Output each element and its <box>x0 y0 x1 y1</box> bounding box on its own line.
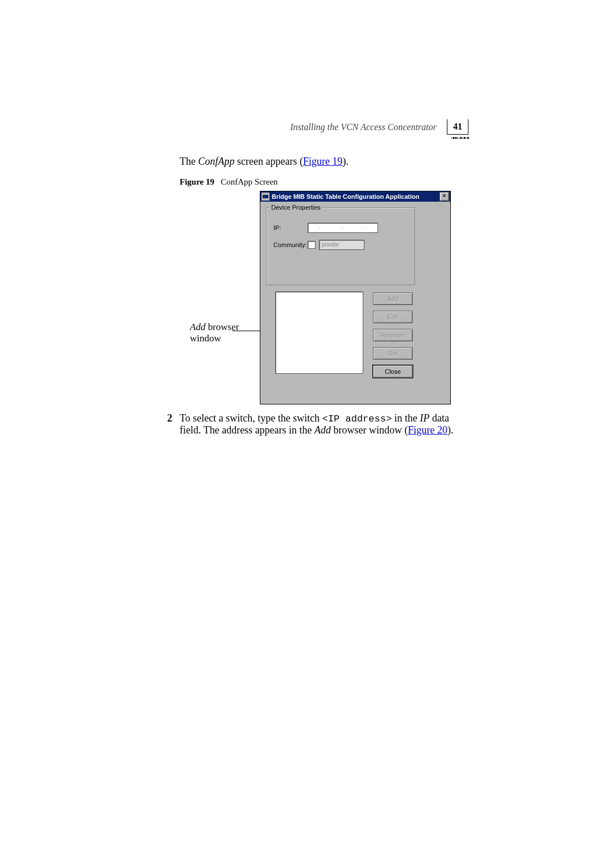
window-title: Bridge MIB Static Table Configuration Ap… <box>272 193 439 200</box>
ip-italic: IP <box>420 412 430 424</box>
intro-middle: screen appears ( <box>235 156 303 167</box>
groupbox-label: Device Properties <box>270 204 322 211</box>
page-number-box: 41 <box>447 119 468 135</box>
edit-button[interactable]: Edit <box>373 311 413 323</box>
figure-title: ConfApp Screen <box>221 177 277 186</box>
add-browser-listbox[interactable] <box>275 291 363 374</box>
header-decoration: ·••··•·•·• <box>451 134 469 143</box>
app-icon <box>262 193 269 201</box>
intro-paragraph: The ConfApp screen appears (Figure 19). <box>180 156 470 168</box>
step-2: 2 To select a switch, type the switch <I… <box>167 412 468 436</box>
add-button[interactable]: Add <box>373 293 413 305</box>
community-input[interactable]: private <box>319 240 364 250</box>
ip-dot: · <box>365 225 367 231</box>
close-button[interactable]: Close <box>373 365 413 378</box>
add-italic: Add <box>314 424 331 436</box>
intro-prefix: The <box>180 156 198 167</box>
set-button[interactable]: Set <box>373 347 413 360</box>
step-text: To select a switch, type the switch <IP … <box>180 412 468 436</box>
step-text-4: browser window ( <box>331 424 408 436</box>
intro-suffix: ). <box>342 156 349 167</box>
page-number: 41 <box>453 122 462 131</box>
ip-input[interactable]: · · · <box>308 223 378 233</box>
button-stack: Add Edit Remove Set Close <box>373 293 413 383</box>
close-icon[interactable]: × <box>439 192 449 201</box>
step-text-1: To select a switch, type the switch <box>180 412 322 424</box>
step-number: 2 <box>167 412 180 436</box>
titlebar[interactable]: Bridge MIB Static Table Configuration Ap… <box>260 191 450 202</box>
ip-row: IP: · · · <box>273 223 378 233</box>
figure-19-link[interactable]: Figure 19 <box>303 156 343 167</box>
figure-label: Figure 19 <box>180 177 214 186</box>
ip-dot: · <box>319 225 321 231</box>
ip-address-code: <IP address> <box>322 414 392 424</box>
annotation-italic: Add <box>190 322 205 332</box>
remove-button[interactable]: Remove <box>373 329 413 341</box>
community-checkbox[interactable] <box>308 241 316 249</box>
device-properties-group: Device Properties IP: · · · Community: p… <box>266 207 415 285</box>
page-header: Installing the VCN Access Concentrator 4… <box>291 119 468 135</box>
intro-appname: ConfApp <box>198 156 234 167</box>
ip-dot: · <box>342 225 344 231</box>
community-label: Community: <box>273 241 308 248</box>
community-row: Community: private <box>273 240 364 250</box>
figure-caption: Figure 19 ConfApp Screen <box>180 177 278 187</box>
confapp-dialog: Bridge MIB Static Table Configuration Ap… <box>260 191 451 404</box>
running-title: Installing the VCN Access Concentrator <box>291 122 437 132</box>
ip-label: IP: <box>273 224 308 231</box>
step-text-2: in the <box>392 412 420 424</box>
step-text-5: ). <box>447 424 454 436</box>
figure-20-link[interactable]: Figure 20 <box>408 424 448 436</box>
